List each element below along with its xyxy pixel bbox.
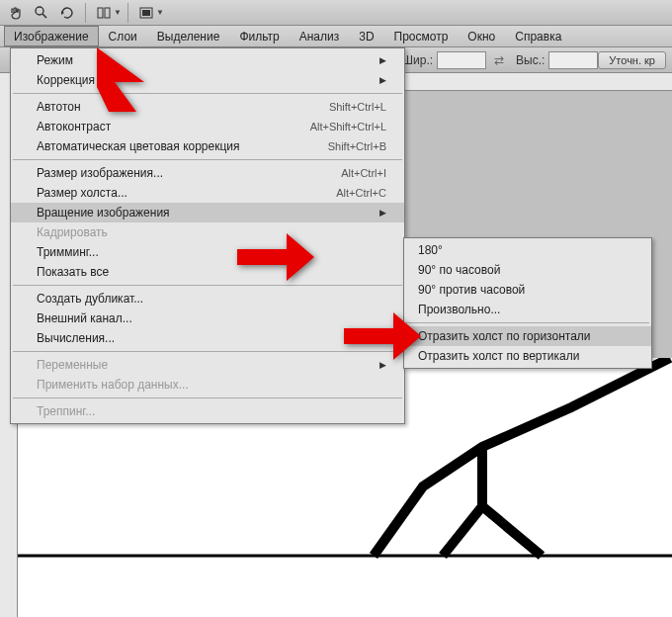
menu-item-автотон[interactable]: АвтотонShift+Ctrl+L — [11, 97, 404, 117]
menu-help[interactable]: Справка — [505, 26, 571, 46]
menu-item-применить-набор-данных-: Применить набор данных... — [11, 375, 404, 395]
submenu-item[interactable]: 90° против часовой — [404, 280, 651, 300]
menu-item-режим[interactable]: Режим▶ — [11, 50, 404, 70]
menu-item-создать-дубликат-[interactable]: Создать дубликат... — [11, 289, 404, 308]
svg-rect-4 — [105, 8, 110, 18]
menu-item-автоконтраст[interactable]: АвтоконтрастAlt+Shift+Ctrl+L — [11, 117, 404, 136]
menu-separator — [406, 322, 649, 323]
menu-separator — [13, 159, 402, 160]
arrange-icon[interactable] — [92, 2, 116, 24]
menu-image[interactable]: Изображение — [4, 26, 99, 46]
submenu-item[interactable]: Отразить холст по горизонтали — [404, 326, 651, 346]
menu-item-вращение-изображения[interactable]: Вращение изображения▶ — [11, 203, 404, 222]
menu-item-label: Коррекция — [37, 73, 95, 87]
submenu-arrow-icon: ▶ — [379, 55, 386, 65]
menu-item-label: Треппинг... — [37, 404, 95, 418]
chevron-down-icon: ▼ — [114, 8, 122, 17]
menu-item-label: Автоматическая цветовая коррекция — [37, 139, 240, 153]
submenu-item[interactable]: 90° по часовой — [404, 260, 651, 280]
menu-3d[interactable]: 3D — [349, 26, 383, 46]
menu-select[interactable]: Выделение — [147, 26, 230, 46]
rotate-view-icon[interactable] — [55, 2, 79, 24]
zoom-icon[interactable] — [30, 2, 53, 24]
submenu-arrow-icon: ▶ — [379, 75, 386, 85]
menu-item-автоматическая-цветовая-коррекция[interactable]: Автоматическая цветовая коррекцияShift+C… — [11, 136, 404, 156]
submenu-item[interactable]: Отразить холст по вертикали — [404, 346, 651, 366]
menu-item-показать-все[interactable]: Показать все — [11, 262, 404, 282]
menu-item-label: Тримминг... — [37, 245, 99, 259]
menu-item-label: Размер холста... — [37, 186, 127, 200]
menu-item-тримминг-[interactable]: Тримминг... — [11, 242, 404, 262]
submenu-item[interactable]: 180° — [404, 240, 651, 260]
menu-item-треппинг-: Треппинг... — [11, 401, 404, 421]
menu-item-label: Показать все — [37, 265, 109, 279]
svg-marker-8 — [97, 47, 144, 112]
chevron-down-icon: ▼ — [156, 8, 164, 17]
mini-toolbar: ▼ ▼ — [0, 0, 672, 26]
menu-item-label: Применить набор данных... — [37, 378, 189, 392]
menu-item-shortcut: Alt+Shift+Ctrl+L — [310, 121, 386, 132]
menu-item-label: Создать дубликат... — [37, 292, 143, 306]
rotate-submenu: 180°90° по часовой90° против часовойПрои… — [403, 237, 652, 369]
submenu-item[interactable]: Произвольно... — [404, 300, 651, 319]
menu-item-размер-холста-[interactable]: Размер холста...Alt+Ctrl+C — [11, 183, 404, 203]
height-input[interactable] — [548, 51, 598, 69]
menu-view[interactable]: Просмотр — [384, 26, 459, 46]
swap-icon[interactable]: ⇄ — [494, 53, 504, 67]
toolbar-separator — [85, 3, 86, 23]
width-input[interactable] — [437, 51, 486, 69]
arrow-2 — [237, 229, 316, 289]
toolbar-separator — [127, 3, 128, 23]
menu-item-shortcut: Shift+Ctrl+B — [328, 140, 386, 152]
menu-item-label: Размер изображения... — [37, 166, 163, 180]
menu-item-label: Автотон — [37, 100, 81, 114]
menu-separator — [13, 397, 402, 398]
menu-item-label: Кадрировать — [37, 225, 108, 239]
menu-item-shortcut: Shift+Ctrl+L — [329, 101, 386, 113]
arrow-1 — [97, 47, 166, 117]
main-menubar: Изображение Слои Выделение Фильтр Анализ… — [0, 26, 672, 47]
height-label: Выс.: — [516, 53, 545, 67]
menu-separator — [13, 93, 402, 94]
menu-window[interactable]: Окно — [458, 26, 505, 46]
menu-filter[interactable]: Фильтр — [229, 26, 289, 46]
menu-item-label: Вычисления... — [37, 331, 115, 345]
svg-line-1 — [42, 14, 46, 18]
menu-item-размер-изображения-[interactable]: Размер изображения...Alt+Ctrl+I — [11, 163, 404, 183]
screen-mode-icon[interactable] — [134, 2, 158, 24]
menu-item-кадрировать: Кадрировать — [11, 222, 404, 242]
hand-icon[interactable] — [4, 2, 28, 24]
menu-item-label: Переменные — [37, 358, 108, 372]
svg-rect-6 — [142, 10, 150, 16]
refine-edge-button[interactable]: Уточн. кр — [598, 51, 666, 69]
menu-layers[interactable]: Слои — [99, 26, 147, 46]
menu-item-label: Внешний канал... — [37, 311, 132, 325]
svg-marker-9 — [237, 233, 314, 281]
menu-item-shortcut: Alt+Ctrl+C — [336, 187, 386, 199]
menu-item-shortcut: Alt+Ctrl+I — [341, 167, 386, 179]
width-label: Шир.: — [402, 53, 433, 67]
menu-item-label: Режим — [37, 53, 73, 67]
menu-separator — [13, 285, 402, 286]
svg-point-0 — [36, 7, 43, 15]
submenu-arrow-icon: ▶ — [379, 208, 386, 218]
svg-rect-3 — [98, 8, 103, 18]
arrow-3 — [344, 308, 423, 368]
menu-item-label: Автоконтраст — [37, 120, 111, 133]
menu-item-label: Вращение изображения — [37, 206, 170, 220]
menu-analysis[interactable]: Анализ — [290, 26, 350, 46]
svg-marker-10 — [344, 312, 421, 360]
menu-item-коррекция[interactable]: Коррекция▶ — [11, 70, 404, 90]
